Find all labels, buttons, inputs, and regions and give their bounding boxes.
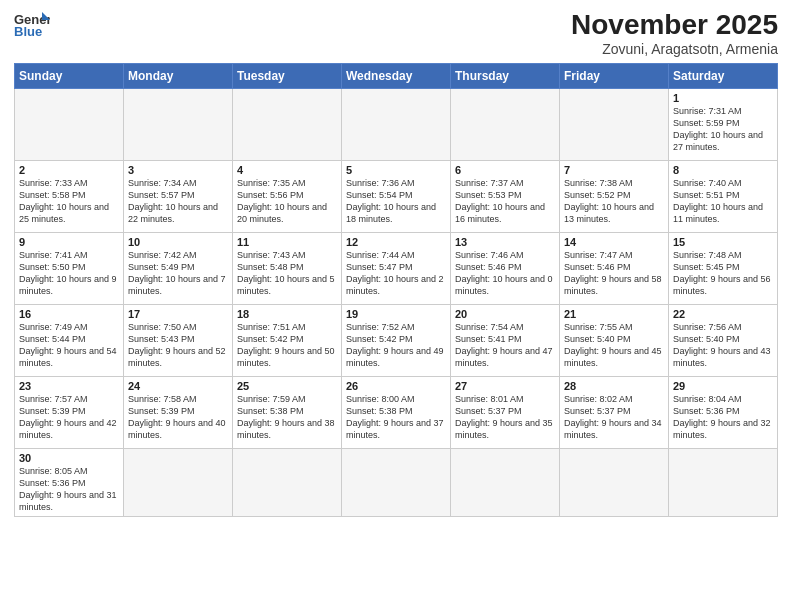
calendar-day-cell: 5Sunrise: 7:36 AM Sunset: 5:54 PM Daylig… — [342, 160, 451, 232]
calendar-day-cell — [124, 448, 233, 517]
day-number: 13 — [455, 236, 555, 248]
calendar-day-cell: 1Sunrise: 7:31 AM Sunset: 5:59 PM Daylig… — [669, 88, 778, 160]
svg-text:Blue: Blue — [14, 24, 42, 38]
day-info: Sunrise: 7:59 AM Sunset: 5:38 PM Dayligh… — [237, 393, 337, 442]
day-number: 27 — [455, 380, 555, 392]
day-info: Sunrise: 8:04 AM Sunset: 5:36 PM Dayligh… — [673, 393, 773, 442]
calendar-week-row: 23Sunrise: 7:57 AM Sunset: 5:39 PM Dayli… — [15, 376, 778, 448]
weekday-header-sunday: Sunday — [15, 63, 124, 88]
calendar-day-cell: 3Sunrise: 7:34 AM Sunset: 5:57 PM Daylig… — [124, 160, 233, 232]
day-number: 11 — [237, 236, 337, 248]
day-number: 17 — [128, 308, 228, 320]
logo: General Blue — [14, 10, 50, 38]
day-number: 24 — [128, 380, 228, 392]
weekday-header-row: SundayMondayTuesdayWednesdayThursdayFrid… — [15, 63, 778, 88]
calendar-day-cell — [560, 448, 669, 517]
calendar-day-cell: 26Sunrise: 8:00 AM Sunset: 5:38 PM Dayli… — [342, 376, 451, 448]
calendar-day-cell: 12Sunrise: 7:44 AM Sunset: 5:47 PM Dayli… — [342, 232, 451, 304]
day-info: Sunrise: 7:35 AM Sunset: 5:56 PM Dayligh… — [237, 177, 337, 226]
calendar-day-cell: 22Sunrise: 7:56 AM Sunset: 5:40 PM Dayli… — [669, 304, 778, 376]
calendar-day-cell: 9Sunrise: 7:41 AM Sunset: 5:50 PM Daylig… — [15, 232, 124, 304]
day-info: Sunrise: 7:40 AM Sunset: 5:51 PM Dayligh… — [673, 177, 773, 226]
day-info: Sunrise: 7:37 AM Sunset: 5:53 PM Dayligh… — [455, 177, 555, 226]
day-number: 10 — [128, 236, 228, 248]
day-info: Sunrise: 8:01 AM Sunset: 5:37 PM Dayligh… — [455, 393, 555, 442]
calendar-day-cell — [124, 88, 233, 160]
day-number: 20 — [455, 308, 555, 320]
day-info: Sunrise: 7:58 AM Sunset: 5:39 PM Dayligh… — [128, 393, 228, 442]
calendar-day-cell: 7Sunrise: 7:38 AM Sunset: 5:52 PM Daylig… — [560, 160, 669, 232]
weekday-header-thursday: Thursday — [451, 63, 560, 88]
day-number: 6 — [455, 164, 555, 176]
calendar-week-row: 9Sunrise: 7:41 AM Sunset: 5:50 PM Daylig… — [15, 232, 778, 304]
page: General Blue November 2025 Zovuni, Araga… — [0, 0, 792, 612]
day-info: Sunrise: 7:50 AM Sunset: 5:43 PM Dayligh… — [128, 321, 228, 370]
day-number: 5 — [346, 164, 446, 176]
calendar-day-cell: 17Sunrise: 7:50 AM Sunset: 5:43 PM Dayli… — [124, 304, 233, 376]
calendar-week-row: 1Sunrise: 7:31 AM Sunset: 5:59 PM Daylig… — [15, 88, 778, 160]
calendar-day-cell — [342, 88, 451, 160]
calendar-day-cell: 14Sunrise: 7:47 AM Sunset: 5:46 PM Dayli… — [560, 232, 669, 304]
day-info: Sunrise: 7:47 AM Sunset: 5:46 PM Dayligh… — [564, 249, 664, 298]
calendar-day-cell: 6Sunrise: 7:37 AM Sunset: 5:53 PM Daylig… — [451, 160, 560, 232]
day-info: Sunrise: 7:48 AM Sunset: 5:45 PM Dayligh… — [673, 249, 773, 298]
calendar-day-cell: 21Sunrise: 7:55 AM Sunset: 5:40 PM Dayli… — [560, 304, 669, 376]
day-info: Sunrise: 7:44 AM Sunset: 5:47 PM Dayligh… — [346, 249, 446, 298]
calendar-day-cell: 8Sunrise: 7:40 AM Sunset: 5:51 PM Daylig… — [669, 160, 778, 232]
calendar-day-cell — [560, 88, 669, 160]
calendar-day-cell — [451, 88, 560, 160]
calendar-day-cell: 11Sunrise: 7:43 AM Sunset: 5:48 PM Dayli… — [233, 232, 342, 304]
day-info: Sunrise: 7:38 AM Sunset: 5:52 PM Dayligh… — [564, 177, 664, 226]
day-number: 22 — [673, 308, 773, 320]
day-info: Sunrise: 7:33 AM Sunset: 5:58 PM Dayligh… — [19, 177, 119, 226]
calendar-day-cell — [451, 448, 560, 517]
day-info: Sunrise: 7:54 AM Sunset: 5:41 PM Dayligh… — [455, 321, 555, 370]
day-info: Sunrise: 8:05 AM Sunset: 5:36 PM Dayligh… — [19, 465, 119, 514]
calendar-day-cell — [669, 448, 778, 517]
day-info: Sunrise: 7:49 AM Sunset: 5:44 PM Dayligh… — [19, 321, 119, 370]
day-number: 18 — [237, 308, 337, 320]
day-number: 4 — [237, 164, 337, 176]
day-number: 12 — [346, 236, 446, 248]
day-info: Sunrise: 7:41 AM Sunset: 5:50 PM Dayligh… — [19, 249, 119, 298]
calendar-day-cell — [233, 88, 342, 160]
calendar-day-cell: 16Sunrise: 7:49 AM Sunset: 5:44 PM Dayli… — [15, 304, 124, 376]
calendar-day-cell — [342, 448, 451, 517]
calendar-week-row: 16Sunrise: 7:49 AM Sunset: 5:44 PM Dayli… — [15, 304, 778, 376]
day-number: 23 — [19, 380, 119, 392]
day-info: Sunrise: 8:00 AM Sunset: 5:38 PM Dayligh… — [346, 393, 446, 442]
day-number: 29 — [673, 380, 773, 392]
calendar-day-cell: 13Sunrise: 7:46 AM Sunset: 5:46 PM Dayli… — [451, 232, 560, 304]
day-number: 7 — [564, 164, 664, 176]
calendar-day-cell: 20Sunrise: 7:54 AM Sunset: 5:41 PM Dayli… — [451, 304, 560, 376]
day-number: 3 — [128, 164, 228, 176]
month-title: November 2025 — [571, 10, 778, 41]
calendar-day-cell — [15, 88, 124, 160]
weekday-header-friday: Friday — [560, 63, 669, 88]
day-number: 25 — [237, 380, 337, 392]
calendar-day-cell: 30Sunrise: 8:05 AM Sunset: 5:36 PM Dayli… — [15, 448, 124, 517]
calendar-day-cell: 25Sunrise: 7:59 AM Sunset: 5:38 PM Dayli… — [233, 376, 342, 448]
day-number: 21 — [564, 308, 664, 320]
day-info: Sunrise: 7:46 AM Sunset: 5:46 PM Dayligh… — [455, 249, 555, 298]
day-info: Sunrise: 7:51 AM Sunset: 5:42 PM Dayligh… — [237, 321, 337, 370]
day-number: 8 — [673, 164, 773, 176]
day-info: Sunrise: 7:52 AM Sunset: 5:42 PM Dayligh… — [346, 321, 446, 370]
day-number: 19 — [346, 308, 446, 320]
calendar-day-cell: 28Sunrise: 8:02 AM Sunset: 5:37 PM Dayli… — [560, 376, 669, 448]
calendar-day-cell: 23Sunrise: 7:57 AM Sunset: 5:39 PM Dayli… — [15, 376, 124, 448]
day-info: Sunrise: 7:43 AM Sunset: 5:48 PM Dayligh… — [237, 249, 337, 298]
calendar-day-cell: 18Sunrise: 7:51 AM Sunset: 5:42 PM Dayli… — [233, 304, 342, 376]
day-number: 1 — [673, 92, 773, 104]
calendar-day-cell: 15Sunrise: 7:48 AM Sunset: 5:45 PM Dayli… — [669, 232, 778, 304]
calendar-day-cell — [233, 448, 342, 517]
day-info: Sunrise: 8:02 AM Sunset: 5:37 PM Dayligh… — [564, 393, 664, 442]
weekday-header-tuesday: Tuesday — [233, 63, 342, 88]
day-info: Sunrise: 7:42 AM Sunset: 5:49 PM Dayligh… — [128, 249, 228, 298]
day-number: 9 — [19, 236, 119, 248]
calendar-day-cell: 27Sunrise: 8:01 AM Sunset: 5:37 PM Dayli… — [451, 376, 560, 448]
day-info: Sunrise: 7:31 AM Sunset: 5:59 PM Dayligh… — [673, 105, 773, 154]
title-block: November 2025 Zovuni, Aragatsotn, Armeni… — [571, 10, 778, 57]
day-number: 14 — [564, 236, 664, 248]
header: General Blue November 2025 Zovuni, Araga… — [14, 10, 778, 57]
